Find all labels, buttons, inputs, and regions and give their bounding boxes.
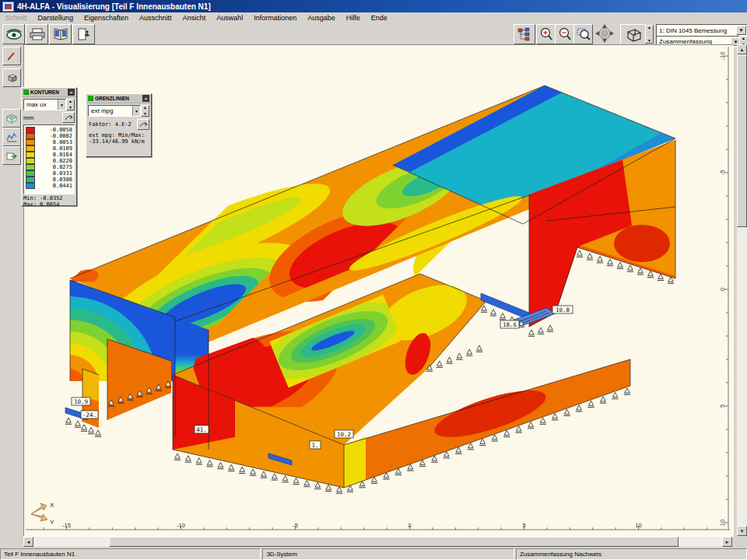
bemessung-select-value: 1: DIN 1045 Bemessung <box>659 27 727 34</box>
konturen-combo-value: max ux <box>26 101 47 108</box>
svg-text:-5: -5 <box>719 170 726 176</box>
view-eye-button[interactable] <box>2 24 25 44</box>
vertical-scrollbar[interactable]: ▲ ▼ <box>737 44 747 536</box>
main-toolbar: ▲▼ 1: DIN 1045 Bemessung ▼ Zusammenfassu… <box>0 23 747 44</box>
vscroll-thumb[interactable] <box>737 54 747 227</box>
hscroll-thumb[interactable] <box>109 537 679 547</box>
horizontal-scrollbar[interactable]: ◄ ► <box>23 537 732 547</box>
mesh-button[interactable] <box>2 109 21 128</box>
menu-ausschnitt[interactable]: Ausschnitt <box>134 13 177 23</box>
legend-swatch <box>26 152 35 158</box>
grenzlinien-panel[interactable]: GRENZLINIEN × ext mpg ▼ ▲▼ Faktor: 4.E-2… <box>86 93 152 157</box>
refresh-arrow-icon[interactable] <box>137 119 149 130</box>
zoom-in-icon <box>539 27 553 41</box>
structure-tree-button[interactable] <box>514 24 535 44</box>
app-window: { "window": { "title": "4H-ALFA - Visual… <box>0 0 747 560</box>
menu-schnitt: Schnitt <box>0 13 33 23</box>
svg-text:-10: -10 <box>177 522 185 529</box>
chevron-down-icon[interactable]: ▼ <box>58 100 65 110</box>
menu-auswahl[interactable]: Auswahl <box>211 13 248 23</box>
print-button[interactable] <box>26 24 48 44</box>
edit-button[interactable] <box>2 47 21 65</box>
left-toolbar <box>0 44 23 560</box>
export-icon <box>6 151 17 161</box>
export-button[interactable] <box>2 146 21 165</box>
zoom-in-button[interactable] <box>536 24 556 44</box>
scroll-right-icon[interactable]: ► <box>722 537 732 547</box>
menu-hilfe[interactable]: Hilfe <box>341 13 366 23</box>
grenzlinien-info2: -33.14/46.99 kN/m <box>86 138 151 145</box>
menu-ausgabe[interactable]: Ausgabe <box>302 13 341 23</box>
svg-text:10: 10 <box>635 522 641 529</box>
legend-value: 0.0386 <box>37 177 72 183</box>
menu-eigenschaften[interactable]: Eigenschaften <box>79 13 134 23</box>
svg-text:-10: -10 <box>719 52 726 61</box>
legend-value: 0.0220 <box>37 158 72 164</box>
bemessung-select[interactable]: 1: DIN 1045 Bemessung ▼ <box>656 24 747 37</box>
konturen-max: Max: 0.0654 <box>22 201 76 208</box>
solid-view-button[interactable] <box>2 68 21 87</box>
svg-text:10.2: 10.2 <box>337 431 351 438</box>
view-3d-button[interactable] <box>620 24 647 45</box>
svg-text:-5: -5 <box>293 522 298 529</box>
svg-text:41.: 41. <box>196 426 207 433</box>
chevron-down-icon[interactable]: ▼ <box>132 106 140 116</box>
legend-swatch <box>26 164 35 170</box>
pan-control[interactable] <box>594 23 616 44</box>
legend-swatch <box>26 158 35 164</box>
scroll-up-icon[interactable]: ▲ <box>737 44 747 54</box>
svg-text:18.6: 18.6 <box>503 321 517 328</box>
svg-text:5: 5 <box>719 404 726 408</box>
zoom-out-icon <box>558 27 572 41</box>
grenzlinien-spinner[interactable]: ▲▼ <box>141 105 149 117</box>
scroll-down-icon[interactable]: ▼ <box>737 526 747 536</box>
window-title: 4H-ALFA - Visualisierung [Teil F Innenau… <box>17 2 211 11</box>
axis-indicator: XY <box>31 502 54 526</box>
legend-swatch <box>26 145 35 152</box>
status-bar: Teil F Innenausbauten N13D-SystemZusamme… <box>0 548 747 560</box>
konturen-title-bar[interactable]: KONTUREN × <box>22 88 76 97</box>
exit-button[interactable] <box>72 24 95 44</box>
grenzlinien-combo[interactable]: ext mpg ▼ <box>88 105 141 117</box>
refresh-arrow-icon[interactable] <box>62 112 75 123</box>
menu-informationen[interactable]: Informationen <box>248 13 302 23</box>
menu-ende[interactable]: Ende <box>366 13 393 23</box>
title-bar: 4H-ALFA - Visualisierung [Teil F Innenau… <box>0 0 747 12</box>
section-line-icon <box>6 132 17 142</box>
svg-text:10.9: 10.9 <box>74 398 88 405</box>
konturen-unit-label: mm <box>23 114 33 121</box>
view-spinner[interactable]: ▲▼ <box>645 25 654 44</box>
konturen-panel[interactable]: KONTUREN × max ux ▼ ▲▼ mm -0.0058-0.0002… <box>21 87 77 206</box>
svg-text:X: X <box>50 502 54 509</box>
legend-swatch <box>26 133 35 139</box>
menu-darstellung[interactable]: Darstellung <box>33 13 79 23</box>
pan-icon <box>594 23 616 44</box>
panel-icon <box>88 96 93 101</box>
panel-icon <box>23 89 29 95</box>
konturen-spinner[interactable]: ▲▼ <box>66 99 75 110</box>
legend-row: 0.0275 <box>26 164 72 170</box>
zoom-window-button[interactable] <box>573 24 593 44</box>
legend-row: 0.0053 <box>26 139 72 145</box>
svg-text:5: 5 <box>522 522 525 529</box>
close-icon[interactable]: × <box>68 89 75 96</box>
legend-value: -0.0002 <box>37 133 72 139</box>
scroll-left-icon[interactable]: ◄ <box>23 537 33 547</box>
svg-text:1.: 1. <box>311 442 318 449</box>
svg-text:Y: Y <box>50 519 54 526</box>
mesh-icon <box>6 114 17 124</box>
konturen-result-combo[interactable]: max ux ▼ <box>23 99 66 110</box>
legend-swatch <box>26 139 35 145</box>
legend-swatch <box>26 170 35 177</box>
faktor-label: Faktor: 4.E-2 <box>86 121 134 128</box>
section-line-button[interactable] <box>2 128 21 146</box>
legend-value: 0.0331 <box>37 170 72 177</box>
menu-ansicht[interactable]: Ansicht <box>177 13 212 23</box>
grenzlinien-title-bar[interactable]: GRENZLINIEN × <box>86 94 151 103</box>
chevron-down-icon[interactable]: ▼ <box>736 26 746 35</box>
report-button[interactable] <box>49 24 72 44</box>
close-icon[interactable]: × <box>142 95 149 102</box>
zoom-out-button[interactable] <box>555 24 574 44</box>
svg-text:10.8: 10.8 <box>556 306 570 313</box>
legend-swatch <box>26 127 35 133</box>
